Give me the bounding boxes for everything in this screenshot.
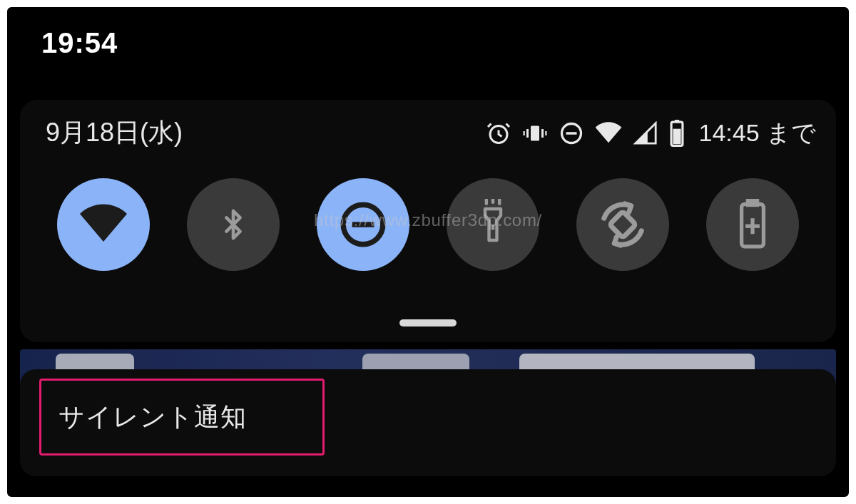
- dnd-status-icon: [559, 120, 584, 146]
- android-notification-shade: 19:54 9月18日(水): [7, 7, 849, 497]
- alarm-icon: [486, 120, 511, 146]
- statusbar-clock: 19:54: [41, 27, 118, 59]
- status-icons: 14:45 まで: [486, 117, 816, 150]
- quick-settings-header: 9月18日(水): [46, 115, 816, 150]
- svg-rect-5: [546, 131, 547, 135]
- silent-notification-highlight: サイレント通知: [39, 379, 325, 456]
- battery-saver-tile[interactable]: [706, 178, 799, 271]
- battery-status-icon: [668, 120, 686, 147]
- svg-rect-2: [526, 129, 529, 138]
- svg-rect-4: [524, 131, 525, 135]
- notification-card[interactable]: サイレント通知: [20, 369, 836, 476]
- bluetooth-tile[interactable]: [187, 178, 280, 271]
- dnd-tile[interactable]: [317, 178, 409, 271]
- panel-drag-handle[interactable]: [399, 319, 457, 326]
- svg-rect-3: [541, 129, 544, 138]
- svg-rect-10: [673, 128, 681, 143]
- panel-date: 9月18日(水): [46, 115, 183, 150]
- wifi-status-icon: [594, 121, 623, 145]
- svg-rect-17: [609, 211, 636, 237]
- silent-notification-label: サイレント通知: [58, 400, 247, 435]
- quick-settings-panel: 9月18日(水): [20, 100, 836, 342]
- battery-time-remaining: 14:45 まで: [698, 117, 816, 150]
- cellular-status-icon: [633, 121, 658, 145]
- svg-rect-1: [531, 125, 539, 140]
- wifi-tile[interactable]: [57, 178, 150, 271]
- quick-settings-tiles: [57, 178, 799, 271]
- flashlight-tile[interactable]: [447, 178, 539, 271]
- autorotate-tile[interactable]: [576, 178, 669, 271]
- vibrate-icon: [521, 120, 549, 146]
